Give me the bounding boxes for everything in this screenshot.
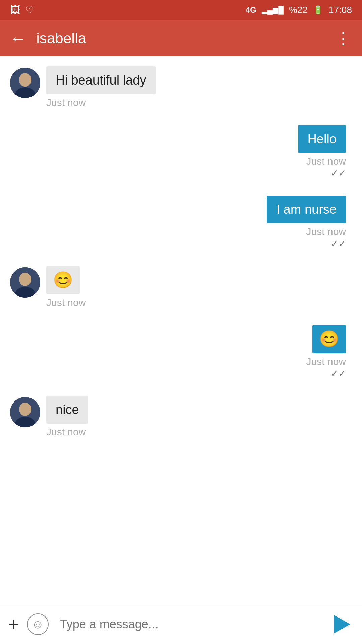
status-bar: 🖼 ♡ 4G ▂▄▆█ %22 🔋 17:08 bbox=[0, 0, 362, 20]
message-content: I am nurse Just now ✓✓ bbox=[267, 196, 346, 249]
message-row: I am nurse Just now ✓✓ bbox=[10, 196, 352, 249]
svg-point-8 bbox=[19, 402, 31, 416]
heart-icon: ♡ bbox=[25, 5, 34, 16]
chat-title: isabella bbox=[36, 30, 325, 47]
message-meta: Just now ✓✓ bbox=[306, 356, 346, 379]
input-bar: + ☺ bbox=[0, 604, 362, 644]
battery-text: %22 bbox=[289, 5, 308, 15]
message-row: 😊 Just now ✓✓ bbox=[10, 325, 352, 379]
more-options-button[interactable]: ⋮ bbox=[335, 29, 352, 48]
message-content: Hello Just now ✓✓ bbox=[298, 125, 346, 179]
header: ← isabella ⋮ bbox=[0, 20, 362, 56]
send-button[interactable] bbox=[330, 612, 354, 636]
avatar bbox=[10, 267, 40, 298]
battery-icon: 🔋 bbox=[313, 5, 323, 15]
message-bubble: 😊 bbox=[312, 325, 346, 353]
read-ticks: ✓✓ bbox=[330, 238, 346, 249]
read-ticks: ✓✓ bbox=[330, 368, 346, 379]
message-content: 😊 Just now ✓✓ bbox=[306, 325, 346, 379]
message-row: 😊 Just now bbox=[10, 266, 352, 308]
message-content: 😊 Just now bbox=[46, 266, 86, 308]
message-meta: Just now bbox=[46, 426, 86, 438]
message-timestamp: Just now bbox=[46, 97, 86, 108]
signal-icon: ▂▄▆█ bbox=[262, 6, 284, 14]
chat-area: Hi beautiful lady Just now Hello Just no… bbox=[0, 56, 362, 604]
message-bubble: 😊 bbox=[46, 266, 80, 294]
message-row: Hi beautiful lady Just now bbox=[10, 66, 352, 108]
status-bar-left: 🖼 ♡ bbox=[10, 4, 34, 16]
message-row: Hello Just now ✓✓ bbox=[10, 125, 352, 179]
message-content: nice Just now bbox=[46, 396, 88, 438]
avatar bbox=[10, 68, 40, 98]
message-timestamp: Just now bbox=[306, 156, 346, 167]
message-meta: Just now bbox=[46, 297, 86, 308]
message-meta: Just now bbox=[46, 97, 86, 108]
svg-point-3 bbox=[19, 73, 31, 87]
add-button[interactable]: + bbox=[8, 615, 19, 634]
message-input[interactable] bbox=[57, 617, 322, 631]
back-button[interactable]: ← bbox=[10, 29, 26, 48]
message-timestamp: Just now bbox=[46, 297, 86, 308]
svg-point-5 bbox=[19, 273, 31, 286]
message-bubble: I am nurse bbox=[267, 196, 346, 223]
clock: 17:08 bbox=[328, 5, 352, 15]
gallery-icon: 🖼 bbox=[10, 4, 20, 16]
network-indicator: 4G bbox=[246, 5, 256, 15]
message-bubble: Hi beautiful lady bbox=[46, 66, 156, 94]
emoji-icon: ☺ bbox=[32, 617, 44, 631]
message-meta: Just now ✓✓ bbox=[306, 226, 346, 249]
emoji-button[interactable]: ☺ bbox=[27, 613, 49, 635]
message-bubble: Hello bbox=[298, 125, 346, 153]
message-content: Hi beautiful lady Just now bbox=[46, 66, 156, 108]
message-timestamp: Just now bbox=[306, 356, 346, 367]
message-timestamp: Just now bbox=[46, 426, 86, 438]
read-ticks: ✓✓ bbox=[330, 168, 346, 179]
message-bubble: nice bbox=[46, 396, 88, 424]
message-row: nice Just now bbox=[10, 396, 352, 438]
message-timestamp: Just now bbox=[306, 226, 346, 237]
avatar bbox=[10, 397, 40, 427]
send-icon bbox=[334, 615, 350, 634]
message-meta: Just now ✓✓ bbox=[306, 156, 346, 179]
